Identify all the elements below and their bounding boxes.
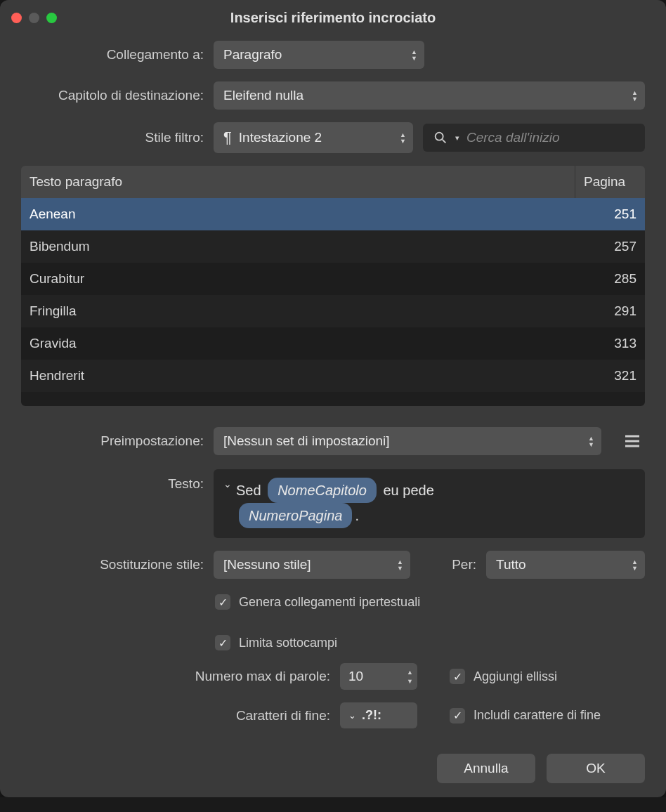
stepper-icon[interactable]: ▲▼ bbox=[407, 669, 413, 685]
lower-section: Preimpostazione: [Nessun set di impostaz… bbox=[0, 427, 666, 728]
chevron-updown-icon: ▲▼ bbox=[411, 50, 417, 60]
row-page: 313 bbox=[577, 336, 636, 351]
row-text: Curabitur bbox=[30, 271, 577, 287]
chevron-updown-icon: ▲▼ bbox=[632, 91, 638, 101]
for-select[interactable]: Tutto ▲▼ bbox=[486, 551, 645, 579]
row-text: Bibendum bbox=[30, 239, 577, 254]
end-chars-input[interactable]: ⌄ .?!: bbox=[340, 702, 417, 728]
pilcrow-icon: ¶ bbox=[223, 129, 232, 147]
text-label: Testo: bbox=[21, 469, 204, 492]
end-chars-label: Caratteri di fine: bbox=[21, 708, 330, 723]
chevron-updown-icon: ▲▼ bbox=[632, 560, 638, 570]
window-controls bbox=[11, 13, 57, 23]
style-sub-label: Sostituzione stile: bbox=[21, 557, 204, 572]
search-input[interactable] bbox=[466, 130, 635, 145]
close-icon[interactable] bbox=[11, 13, 22, 23]
search-icon bbox=[433, 130, 448, 145]
preset-select[interactable]: [Nessun set di impostazioni] ▲▼ bbox=[214, 427, 601, 455]
chevron-updown-icon: ▲▼ bbox=[400, 133, 406, 143]
hyperlinks-checkbox[interactable]: ✓ bbox=[215, 594, 230, 610]
row-text: Gravida bbox=[30, 336, 577, 351]
row-page: 321 bbox=[577, 368, 636, 384]
row-text: Aenean bbox=[30, 207, 577, 222]
row-text: Hendrerit bbox=[30, 368, 577, 384]
dialog-window: Inserisci riferimento incrociato Collega… bbox=[0, 0, 666, 797]
row-page: 291 bbox=[577, 303, 636, 319]
link-to-select[interactable]: Paragrafo ▲▼ bbox=[214, 41, 424, 69]
style-sub-value: [Nessuno stile] bbox=[223, 557, 311, 572]
table-row[interactable]: Curabitur285 bbox=[21, 263, 645, 295]
cancel-button[interactable]: Annulla bbox=[437, 754, 535, 783]
zoom-icon[interactable] bbox=[46, 13, 57, 23]
table-row[interactable]: Gravida313 bbox=[21, 327, 645, 360]
table-header: Testo paragrafo Pagina bbox=[21, 166, 645, 198]
style-sub-select[interactable]: [Nessuno stile] ▲▼ bbox=[214, 551, 410, 579]
token-page-number[interactable]: NumeroPagina bbox=[239, 503, 352, 528]
include-end-checkbox[interactable]: ✓ bbox=[450, 708, 465, 723]
dest-chapter-label: Capitolo di destinazione: bbox=[21, 88, 204, 103]
hyperlinks-label: Genera collegamenti ipertestuali bbox=[239, 595, 420, 610]
search-field[interactable]: ▾ bbox=[423, 124, 645, 152]
link-to-value: Paragrafo bbox=[223, 47, 282, 63]
token-chapter-name[interactable]: NomeCapitolo bbox=[268, 478, 377, 503]
content-area: Collegamento a: Paragrafo ▲▼ Capitolo di… bbox=[0, 35, 666, 406]
max-words-input[interactable]: 10 ▲▼ bbox=[340, 663, 417, 690]
limit-sub-label: Limita sottocampi bbox=[239, 636, 337, 650]
include-end-label: Includi carattere di fine bbox=[474, 708, 601, 723]
chevron-down-icon[interactable]: ⌄ bbox=[348, 710, 356, 721]
max-words-value: 10 bbox=[348, 669, 363, 683]
template-text: Sed bbox=[236, 483, 261, 498]
dest-chapter-select[interactable]: Eleifend nulla ▲▼ bbox=[214, 81, 645, 110]
row-page: 257 bbox=[577, 239, 636, 254]
table-row[interactable]: Aenean251 bbox=[21, 198, 645, 230]
svg-line-1 bbox=[443, 140, 446, 143]
max-words-label: Numero max di parole: bbox=[21, 669, 330, 684]
ok-button[interactable]: OK bbox=[547, 754, 645, 783]
for-label: Per: bbox=[420, 557, 476, 572]
col-page-header[interactable]: Pagina bbox=[575, 166, 645, 198]
for-value: Tutto bbox=[496, 557, 526, 572]
row-page: 285 bbox=[577, 271, 636, 287]
text-content: Sed NomeCapitolo eu pede NumeroPagina. bbox=[236, 478, 434, 528]
chevron-down-icon: ▾ bbox=[455, 133, 459, 143]
table-row[interactable]: Hendrerit321 bbox=[21, 360, 645, 392]
text-template-box[interactable]: ⌄ Sed NomeCapitolo eu pede NumeroPagina. bbox=[214, 469, 645, 538]
template-text: eu pede bbox=[383, 483, 433, 498]
row-text: Fringilla bbox=[30, 303, 577, 319]
dest-chapter-value: Eleifend nulla bbox=[223, 88, 303, 103]
preset-menu-icon[interactable] bbox=[620, 428, 645, 454]
preset-value: [Nessun set di impostazioni] bbox=[223, 433, 390, 449]
row-page: 251 bbox=[577, 207, 636, 222]
chevron-updown-icon: ▲▼ bbox=[397, 560, 403, 570]
results-table: Testo paragrafo Pagina Aenean251Bibendum… bbox=[21, 166, 645, 406]
table-row[interactable]: Fringilla291 bbox=[21, 295, 645, 327]
chevron-down-icon[interactable]: ⌄ bbox=[223, 476, 232, 492]
svg-point-0 bbox=[436, 133, 443, 140]
preset-label: Preimpostazione: bbox=[21, 433, 204, 449]
template-text: . bbox=[355, 508, 359, 523]
ellipsis-label: Aggiungi ellissi bbox=[474, 669, 557, 684]
col-text-header[interactable]: Testo paragrafo bbox=[21, 166, 575, 198]
table-body[interactable]: Aenean251Bibendum257Curabitur285Fringill… bbox=[21, 198, 645, 406]
table-row[interactable]: Bibendum257 bbox=[21, 230, 645, 263]
minimize-icon bbox=[29, 13, 39, 23]
ellipsis-checkbox[interactable]: ✓ bbox=[450, 669, 465, 684]
chevron-updown-icon: ▲▼ bbox=[588, 436, 594, 447]
link-to-label: Collegamento a: bbox=[21, 47, 204, 63]
window-title: Inserisci riferimento incrociato bbox=[0, 10, 666, 26]
limit-sub-checkbox[interactable]: ✓ bbox=[215, 635, 230, 650]
filter-style-select[interactable]: ¶ Intestazione 2 ▲▼ bbox=[214, 122, 413, 153]
button-row: Annulla OK bbox=[0, 754, 666, 783]
filter-style-label: Stile filtro: bbox=[21, 130, 204, 145]
end-chars-value: .?!: bbox=[362, 708, 381, 723]
title-bar: Inserisci riferimento incrociato bbox=[0, 0, 666, 35]
filter-style-value: Intestazione 2 bbox=[239, 130, 322, 145]
